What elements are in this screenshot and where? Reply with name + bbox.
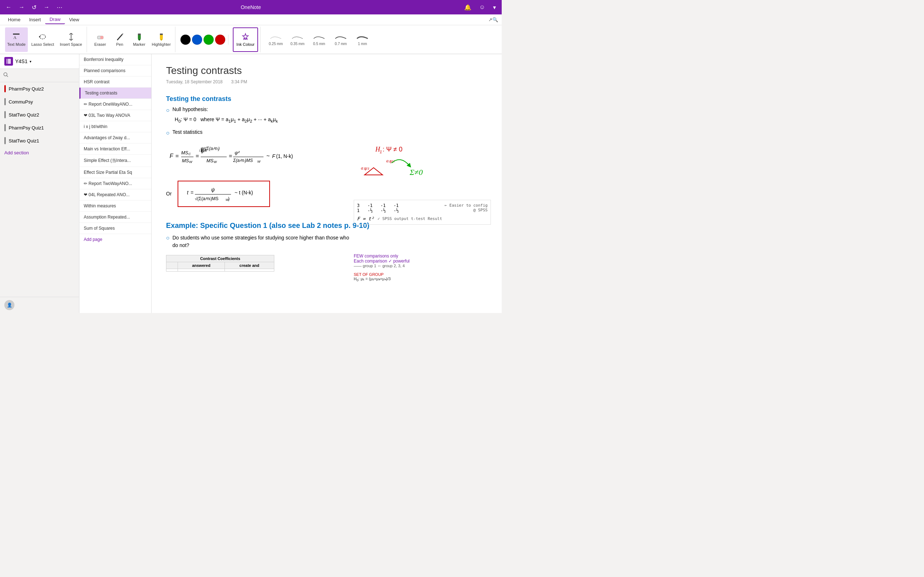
page-bonferroni[interactable]: Bonferroni Inequality: [79, 54, 151, 65]
svg-text:W: W: [214, 160, 217, 164]
add-section-button[interactable]: Add section: [0, 147, 79, 158]
search-area: [0, 69, 79, 82]
bullet-dot-null: ○: [166, 107, 170, 114]
forward-button[interactable]: →: [16, 3, 27, 11]
page-hsr[interactable]: HSR contrast: [79, 76, 151, 88]
sync-button[interactable]: ↺: [30, 3, 39, 11]
sections-sidebar: Y4S1 ▾ PharmPsy Quiz2 CommuPsy StatTwo Q…: [0, 54, 79, 313]
stroke-1mm[interactable]: 1 mm: [353, 32, 372, 47]
marker-button[interactable]: Marker: [130, 27, 149, 52]
eraser-button[interactable]: Eraser: [91, 27, 109, 52]
svg-text:ψ²: ψ²: [234, 150, 240, 155]
svg-text:ψ²/Σ(aᵢ²nᵢ): ψ²/Σ(aᵢ²nᵢ): [201, 146, 220, 151]
menu-draw[interactable]: Draw: [45, 15, 65, 24]
svg-text:MS: MS: [181, 150, 188, 155]
section-label: CommuPsy: [9, 99, 33, 105]
section-testing-heading: Testing the contrasts: [166, 95, 487, 103]
page-main-vs[interactable]: Main vs Interaction Eff...: [79, 143, 151, 155]
page-simple-effect[interactable]: Simple Effect (当Intera...: [79, 155, 151, 167]
page-04l-repeated[interactable]: ❤ 04L Repeated ANO...: [79, 189, 151, 200]
stroke-curve-1: [355, 33, 370, 40]
section-bar-commupsy: [4, 98, 6, 105]
nav-forward-button[interactable]: →: [42, 3, 52, 11]
add-page-button[interactable]: Add page: [79, 234, 151, 245]
svg-line-21: [7, 76, 8, 77]
page-testing-contrasts[interactable]: Testing contrasts: [79, 88, 151, 99]
svg-point-20: [4, 73, 7, 76]
text-tools-group: A Text Mode Lasso Select Insert Space: [3, 27, 87, 52]
color-red[interactable]: [215, 35, 225, 45]
svg-text:t: t: [187, 190, 189, 195]
section-stattwo-quiz1[interactable]: StatTwo Quiz1: [0, 134, 79, 147]
page-sum-of-squares[interactable]: Sum of Squares: [79, 223, 151, 234]
share-button[interactable]: ↗: [488, 17, 492, 23]
user-avatar: 👤: [4, 300, 15, 310]
page-advantages[interactable]: Advantages of 2way d...: [79, 132, 151, 143]
svg-text:~ t (N-k): ~ t (N-k): [234, 190, 253, 195]
svg-text:~: ~: [267, 153, 270, 159]
matrix-note: ← Easier to config@ SPSS: [445, 203, 488, 213]
stroke-0.5mm[interactable]: 0.5 mm: [310, 32, 328, 47]
user-button[interactable]: ☺: [477, 3, 487, 11]
color-blue[interactable]: [192, 35, 202, 45]
more-button[interactable]: ⋯: [55, 3, 65, 11]
page-effect-size[interactable]: Effect Size Partial Eta Sq: [79, 167, 151, 178]
insert-space-button[interactable]: Insert Space: [58, 27, 84, 52]
menu-insert[interactable]: Insert: [25, 16, 45, 24]
sidebar-footer: 👤: [0, 297, 79, 313]
example-question: Do students who use some strategies for …: [173, 234, 353, 249]
search-top-button[interactable]: 🔍: [492, 17, 498, 23]
svg-text:F: F: [272, 153, 276, 159]
text-mode-icon: A: [12, 32, 21, 41]
t-formula-box: t = ψ √(Σ(aᵢ²nᵢ)MS W ) ~ t (N-k): [178, 181, 270, 207]
note-title: Testing contrasts: [166, 65, 487, 76]
page-report-oneway[interactable]: ✏ Report OneWayANO...: [79, 99, 151, 110]
svg-text:): ): [228, 196, 229, 201]
ink-colour-icon: [241, 33, 250, 42]
back-button[interactable]: ←: [3, 3, 14, 11]
svg-rect-18: [6, 59, 11, 64]
section-label: PharmPsy Quiz2: [9, 86, 44, 92]
notebook-expand-icon[interactable]: ▾: [30, 60, 31, 63]
svg-text:Σ≠0: Σ≠0: [409, 168, 423, 177]
color-group: [178, 35, 228, 45]
highlighter-button[interactable]: Highlighter: [150, 27, 173, 52]
search-icon[interactable]: [3, 72, 9, 77]
page-ixj-bt[interactable]: i x j bt/within: [79, 121, 151, 132]
page-03l-twoway[interactable]: ❤ 03L Two Way ANOVA: [79, 110, 151, 121]
section-stattwo-quiz2[interactable]: StatTwo Quiz2: [0, 108, 79, 121]
drawing-tools-group: Eraser Pen Marker Highlighter: [89, 27, 176, 52]
text-mode-button[interactable]: A Text Mode: [5, 27, 28, 52]
contrast-table: Contrast Coefficients answered create an…: [166, 255, 274, 272]
svg-text:F: F: [170, 153, 174, 159]
stroke-0.25mm[interactable]: 0.25 mm: [267, 32, 285, 47]
pen-button[interactable]: Pen: [111, 27, 129, 52]
stroke-0.7mm[interactable]: 0.7 mm: [331, 32, 350, 47]
stroke-0.35mm[interactable]: 0.35 mm: [288, 32, 307, 47]
page-planned[interactable]: Planned comparisons: [79, 65, 151, 76]
svg-text:: Ψ ≠ 0: : Ψ ≠ 0: [383, 146, 402, 153]
menu-home[interactable]: Home: [3, 16, 25, 24]
title-bar-right: 🔔 ☺ ▾: [462, 3, 498, 11]
table-header-answered: answered: [178, 262, 225, 269]
ink-colour-button[interactable]: Ink Colour: [233, 27, 258, 52]
note-time: 3:34 PM: [231, 79, 247, 84]
page-within-measures[interactable]: Within measures: [79, 200, 151, 212]
menu-view[interactable]: View: [65, 16, 84, 24]
notification-button[interactable]: 🔔: [462, 3, 473, 11]
lasso-select-button[interactable]: Lasso Select: [29, 27, 56, 52]
section-pharmspy-quiz2[interactable]: PharmPsy Quiz2: [0, 82, 79, 95]
svg-text:C: C: [188, 152, 191, 156]
pen-icon: [115, 32, 124, 41]
color-black[interactable]: [181, 35, 191, 45]
page-report-twoway[interactable]: ✏ Report TwoWayANO...: [79, 178, 151, 189]
few-comparisons-annotation: FEW comparisons only Each comparison ✓ p…: [354, 253, 491, 282]
table-row: [166, 269, 274, 271]
section-commupsy[interactable]: CommuPsy: [0, 95, 79, 108]
stroke-curve-0.7: [333, 33, 348, 40]
color-green[interactable]: [204, 35, 214, 45]
section-pharmspy-quiz1[interactable]: PharmPsy Quiz1: [0, 121, 79, 134]
expand-button[interactable]: ▾: [491, 3, 498, 11]
page-assumption-repeated[interactable]: Assumption Repeated...: [79, 212, 151, 223]
h1-annotation-svg: H 1 : Ψ ≠ 0 a₁μ₁ a₂μ₂ Σ≠0: [354, 134, 491, 206]
